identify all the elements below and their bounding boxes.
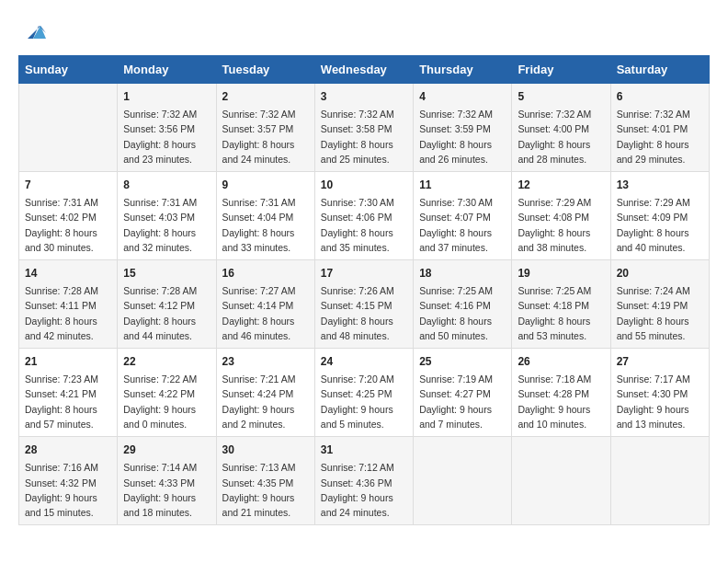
day-cell [414,437,512,525]
day-cell: 14Sunrise: 7:28 AMSunset: 4:11 PMDayligh… [19,260,118,349]
day-number: 18 [419,265,506,282]
day-cell: 1Sunrise: 7:32 AMSunset: 3:56 PMDaylight… [118,84,216,172]
day-number: 2 [222,88,309,105]
day-info: Sunrise: 7:16 AMSunset: 4:32 PMDaylight:… [25,460,111,520]
day-info: Sunrise: 7:23 AMSunset: 4:21 PMDaylight:… [25,372,111,431]
calendar-table: SundayMondayTuesdayWednesdayThursdayFrid… [18,55,710,525]
day-cell: 13Sunrise: 7:29 AMSunset: 4:09 PMDayligh… [610,172,709,260]
logo-icon [20,18,48,46]
day-number: 25 [419,353,506,370]
weekday-header-tuesday: Tuesday [216,56,314,84]
day-number: 10 [321,177,407,193]
day-info: Sunrise: 7:28 AMSunset: 4:11 PMDaylight:… [25,283,111,343]
weekday-header-row: SundayMondayTuesdayWednesdayThursdayFrid… [19,56,710,84]
day-info: Sunrise: 7:13 AMSunset: 4:35 PMDaylight:… [222,460,309,520]
day-info: Sunrise: 7:31 AMSunset: 4:02 PMDaylight:… [25,195,111,255]
day-cell: 25Sunrise: 7:19 AMSunset: 4:27 PMDayligh… [414,349,512,437]
day-info: Sunrise: 7:29 AMSunset: 4:09 PMDaylight:… [617,195,703,255]
day-info: Sunrise: 7:17 AMSunset: 4:30 PMDaylight:… [617,372,703,431]
day-cell: 31Sunrise: 7:12 AMSunset: 4:36 PMDayligh… [314,437,413,525]
day-cell: 26Sunrise: 7:18 AMSunset: 4:28 PMDayligh… [512,349,610,437]
calendar-header: SundayMondayTuesdayWednesdayThursdayFrid… [19,56,710,84]
day-number: 23 [222,353,309,370]
day-number: 29 [123,442,210,458]
day-number: 19 [518,265,604,282]
logo [18,18,48,46]
day-info: Sunrise: 7:28 AMSunset: 4:12 PMDaylight:… [123,283,210,343]
week-row-5: 28Sunrise: 7:16 AMSunset: 4:32 PMDayligh… [19,437,710,525]
day-info: Sunrise: 7:18 AMSunset: 4:28 PMDaylight:… [518,372,604,431]
day-info: Sunrise: 7:22 AMSunset: 4:22 PMDaylight:… [123,372,210,431]
day-number: 15 [123,265,210,282]
day-cell: 5Sunrise: 7:32 AMSunset: 4:00 PMDaylight… [512,84,610,172]
weekday-header-monday: Monday [118,56,216,84]
day-number: 5 [518,88,604,105]
day-number: 16 [222,265,309,282]
day-number: 12 [518,177,604,193]
day-info: Sunrise: 7:29 AMSunset: 4:08 PMDaylight:… [518,195,604,255]
day-info: Sunrise: 7:30 AMSunset: 4:06 PMDaylight:… [321,195,407,255]
weekday-header-wednesday: Wednesday [314,56,413,84]
day-info: Sunrise: 7:21 AMSunset: 4:24 PMDaylight:… [222,372,309,431]
day-number: 1 [123,88,210,105]
day-number: 7 [25,177,111,193]
day-info: Sunrise: 7:24 AMSunset: 4:19 PMDaylight:… [617,283,703,343]
day-cell: 16Sunrise: 7:27 AMSunset: 4:14 PMDayligh… [216,260,314,349]
day-cell: 22Sunrise: 7:22 AMSunset: 4:22 PMDayligh… [118,349,216,437]
weekday-header-thursday: Thursday [414,56,512,84]
day-info: Sunrise: 7:27 AMSunset: 4:14 PMDaylight:… [222,283,309,343]
day-info: Sunrise: 7:25 AMSunset: 4:18 PMDaylight:… [518,283,604,343]
day-info: Sunrise: 7:19 AMSunset: 4:27 PMDaylight:… [419,372,506,431]
day-info: Sunrise: 7:31 AMSunset: 4:03 PMDaylight:… [123,195,210,255]
day-number: 11 [419,177,506,193]
day-cell: 17Sunrise: 7:26 AMSunset: 4:15 PMDayligh… [314,260,413,349]
day-info: Sunrise: 7:31 AMSunset: 4:04 PMDaylight:… [222,195,309,255]
day-number: 27 [617,353,703,370]
day-cell: 12Sunrise: 7:29 AMSunset: 4:08 PMDayligh… [512,172,610,260]
page-header [18,18,710,46]
day-cell: 19Sunrise: 7:25 AMSunset: 4:18 PMDayligh… [512,260,610,349]
day-info: Sunrise: 7:32 AMSunset: 3:56 PMDaylight:… [123,107,210,167]
week-row-3: 14Sunrise: 7:28 AMSunset: 4:11 PMDayligh… [19,260,710,349]
day-number: 21 [25,353,111,370]
day-cell: 15Sunrise: 7:28 AMSunset: 4:12 PMDayligh… [118,260,216,349]
day-number: 31 [321,442,407,458]
day-cell: 23Sunrise: 7:21 AMSunset: 4:24 PMDayligh… [216,349,314,437]
day-number: 13 [617,177,703,193]
day-number: 30 [222,442,309,458]
day-cell: 30Sunrise: 7:13 AMSunset: 4:35 PMDayligh… [216,437,314,525]
day-number: 3 [321,88,407,105]
day-cell: 28Sunrise: 7:16 AMSunset: 4:32 PMDayligh… [19,437,118,525]
day-cell: 10Sunrise: 7:30 AMSunset: 4:06 PMDayligh… [314,172,413,260]
day-cell: 2Sunrise: 7:32 AMSunset: 3:57 PMDaylight… [216,84,314,172]
day-cell: 18Sunrise: 7:25 AMSunset: 4:16 PMDayligh… [414,260,512,349]
week-row-2: 7Sunrise: 7:31 AMSunset: 4:02 PMDaylight… [19,172,710,260]
day-number: 26 [518,353,604,370]
day-cell: 11Sunrise: 7:30 AMSunset: 4:07 PMDayligh… [414,172,512,260]
week-row-1: 1Sunrise: 7:32 AMSunset: 3:56 PMDaylight… [19,84,710,172]
day-info: Sunrise: 7:32 AMSunset: 3:57 PMDaylight:… [222,107,309,167]
day-cell [19,84,118,172]
day-number: 9 [222,177,309,193]
day-cell: 27Sunrise: 7:17 AMSunset: 4:30 PMDayligh… [610,349,709,437]
day-info: Sunrise: 7:32 AMSunset: 4:00 PMDaylight:… [518,107,604,167]
day-cell: 7Sunrise: 7:31 AMSunset: 4:02 PMDaylight… [19,172,118,260]
day-number: 17 [321,265,407,282]
weekday-header-sunday: Sunday [19,56,118,84]
day-info: Sunrise: 7:12 AMSunset: 4:36 PMDaylight:… [321,460,407,520]
day-cell [512,437,610,525]
day-cell: 24Sunrise: 7:20 AMSunset: 4:25 PMDayligh… [314,349,413,437]
day-number: 22 [123,353,210,370]
day-cell: 8Sunrise: 7:31 AMSunset: 4:03 PMDaylight… [118,172,216,260]
day-number: 24 [321,353,407,370]
day-info: Sunrise: 7:32 AMSunset: 4:01 PMDaylight:… [617,107,703,167]
day-info: Sunrise: 7:32 AMSunset: 3:58 PMDaylight:… [321,107,407,167]
day-info: Sunrise: 7:14 AMSunset: 4:33 PMDaylight:… [123,460,210,520]
weekday-header-friday: Friday [512,56,610,84]
day-cell: 21Sunrise: 7:23 AMSunset: 4:21 PMDayligh… [19,349,118,437]
day-cell: 3Sunrise: 7:32 AMSunset: 3:58 PMDaylight… [314,84,413,172]
day-info: Sunrise: 7:32 AMSunset: 3:59 PMDaylight:… [419,107,506,167]
week-row-4: 21Sunrise: 7:23 AMSunset: 4:21 PMDayligh… [19,349,710,437]
day-info: Sunrise: 7:25 AMSunset: 4:16 PMDaylight:… [419,283,506,343]
day-number: 28 [25,442,111,458]
